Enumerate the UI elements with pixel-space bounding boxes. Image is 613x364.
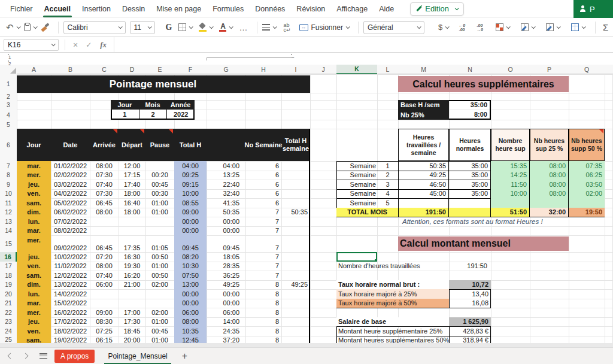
- column-group-collapse-button[interactable]: –: [291, 54, 292, 55]
- cell[interactable]: 7: [245, 226, 281, 236]
- amount-50-label[interactable]: Montant heures supplémentaires 50%: [336, 336, 449, 344]
- cell[interactable]: sam.: [17, 198, 51, 208]
- cell[interactable]: 06:00: [174, 308, 207, 317]
- ribbon-tab-aide[interactable]: Aide: [378, 5, 395, 13]
- date-box-value[interactable]: 2022: [166, 110, 195, 119]
- amount-50-value[interactable]: 318,94 €: [449, 336, 491, 344]
- cell[interactable]: jeu.: [17, 252, 51, 262]
- cell[interactable]: 10:00: [174, 189, 207, 199]
- font-family-select[interactable]: Calibri: [63, 21, 126, 34]
- cell[interactable]: 06:25: [569, 171, 605, 180]
- cell[interactable]: 00:45: [145, 180, 174, 189]
- fill-color-button[interactable]: [199, 23, 213, 32]
- week-label[interactable]: Semaine: [336, 198, 377, 208]
- total-sup50[interactable]: 19:50: [569, 208, 605, 217]
- row-header-14[interactable]: 14: [0, 226, 17, 236]
- cell[interactable]: 00:00: [207, 217, 245, 226]
- cell[interactable]: 7: [245, 235, 281, 252]
- cell[interactable]: 8: [245, 326, 281, 336]
- cell[interactable]: 08:00: [90, 161, 119, 171]
- cell[interactable]: [90, 289, 119, 299]
- cell[interactable]: [569, 198, 605, 208]
- rate-25-value[interactable]: 13,40: [449, 289, 491, 299]
- cell[interactable]: 13/02/2022: [51, 280, 90, 290]
- cell[interactable]: 08:00: [530, 161, 569, 171]
- cell[interactable]: [90, 226, 119, 236]
- cell[interactable]: 35:00: [449, 171, 491, 180]
- cell[interactable]: 08:00: [90, 262, 119, 271]
- date-box-value[interactable]: 1: [111, 110, 139, 119]
- row-header-18[interactable]: 18: [0, 271, 17, 280]
- cell[interactable]: 49:25: [207, 280, 245, 290]
- cell[interactable]: 01:05: [145, 235, 174, 252]
- cell[interactable]: jeu.: [17, 317, 51, 327]
- row-header-25[interactable]: 25: [0, 336, 17, 344]
- cell[interactable]: 06:15: [90, 336, 119, 344]
- cell[interactable]: 7: [245, 252, 281, 262]
- column-header-A[interactable]: A: [17, 65, 51, 74]
- cell[interactable]: 00:00: [174, 289, 207, 299]
- add-sheet-button[interactable]: +: [182, 351, 187, 362]
- autosum-button[interactable]: Σ: [603, 22, 608, 32]
- cell[interactable]: 02:00: [569, 189, 605, 199]
- cell[interactable]: 07:30: [90, 171, 119, 180]
- cell[interactable]: 00:00: [207, 299, 245, 308]
- base-salary-label[interactable]: Salaire de base: [336, 317, 449, 327]
- ribbon-tab-fichier[interactable]: Fichier: [9, 5, 34, 13]
- rate-25-label[interactable]: Taux horaire majoré à 25%: [336, 289, 449, 299]
- cell[interactable]: 09:00: [90, 308, 119, 317]
- hours-worked-value[interactable]: 191:50: [449, 262, 490, 271]
- row-header-4[interactable]: 4: [0, 110, 17, 120]
- cell[interactable]: 11/02/2022: [51, 262, 90, 271]
- cell[interactable]: 41:35: [207, 198, 245, 208]
- font-color-button[interactable]: A: [219, 23, 232, 32]
- cell[interactable]: 07/02/2022: [51, 217, 90, 226]
- ribbon-tab-revision[interactable]: Révision: [295, 5, 326, 13]
- cell[interactable]: 06:45: [90, 235, 119, 252]
- cell[interactable]: 08:00: [530, 189, 569, 199]
- cell[interactable]: 05/02/2022: [51, 198, 90, 208]
- cell[interactable]: 10:00: [491, 189, 530, 199]
- row-header-17[interactable]: 17: [0, 262, 17, 271]
- cell[interactable]: 00:50: [145, 252, 174, 262]
- cell[interactable]: ven.: [17, 262, 51, 271]
- font-size-select[interactable]: 11: [130, 21, 155, 34]
- row-header-6[interactable]: 6: [0, 129, 17, 161]
- column-header-F[interactable]: F: [174, 65, 207, 74]
- date-box-value[interactable]: 2: [139, 110, 167, 119]
- cell[interactable]: 00:00: [174, 217, 207, 226]
- column-header-E[interactable]: E: [145, 65, 174, 74]
- amount-25-label[interactable]: Montant heure supplémentaire 25%: [336, 326, 449, 336]
- cell[interactable]: 46:50: [398, 180, 449, 189]
- cell[interactable]: 8: [245, 289, 281, 299]
- cell[interactable]: 6: [245, 180, 281, 189]
- cell[interactable]: 00:20: [145, 171, 174, 180]
- row-header-1[interactable]: 1: [0, 74, 17, 93]
- cell[interactable]: 6: [245, 161, 281, 171]
- row-header-5[interactable]: 5: [0, 120, 17, 129]
- column-header-H[interactable]: H: [245, 65, 281, 74]
- cell[interactable]: [119, 299, 145, 308]
- rate-50-label[interactable]: Taux horaire majoré à 50%: [336, 299, 449, 308]
- cell[interactable]: 01:00: [145, 336, 174, 344]
- cell[interactable]: 08:00: [174, 317, 207, 327]
- cell[interactable]: sam.: [17, 271, 51, 280]
- cell[interactable]: dim.: [17, 280, 51, 290]
- cell[interactable]: [90, 217, 119, 226]
- row-header-9[interactable]: 9: [0, 180, 17, 189]
- cell[interactable]: mer.: [17, 171, 51, 180]
- insert-table-button[interactable]: [571, 23, 585, 31]
- share-button[interactable]: P: [573, 0, 613, 18]
- column-header-C[interactable]: C: [90, 65, 119, 74]
- cell[interactable]: 00:30: [145, 189, 174, 199]
- cell[interactable]: 01:00: [145, 317, 174, 327]
- column-header-J[interactable]: J: [310, 65, 336, 74]
- cell[interactable]: 19:30: [119, 262, 145, 271]
- week-label[interactable]: Semaine: [336, 161, 377, 171]
- cell[interactable]: 19/02/2022: [51, 336, 90, 344]
- cell[interactable]: 01/02/2022: [51, 161, 90, 171]
- cell[interactable]: jeu.: [17, 180, 51, 189]
- cell[interactable]: 08:20: [174, 252, 207, 262]
- cell[interactable]: mar.: [17, 226, 51, 236]
- cell[interactable]: 00:45: [145, 326, 174, 336]
